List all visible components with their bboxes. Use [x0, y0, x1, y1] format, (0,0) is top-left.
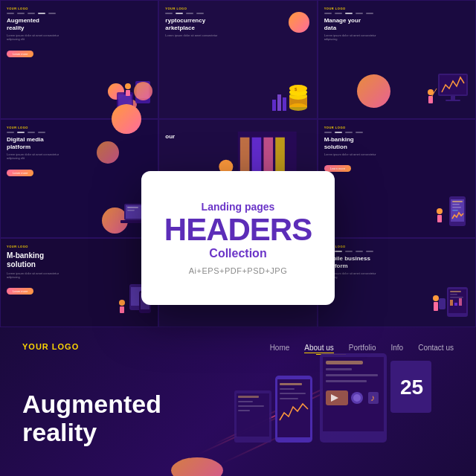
card7-button[interactable]: Learn more — [7, 288, 33, 295]
nav-dot-active — [335, 251, 342, 252]
svg-rect-14 — [283, 97, 286, 111]
card4-desc: Lorem ipsum dolor sit amet consectetur a… — [7, 152, 66, 160]
center-main-title: HEADERS — [164, 214, 312, 245]
svg-rect-84 — [280, 383, 302, 385]
card7-desc: Lorem ipsum dolor sit amet consectetur a… — [7, 271, 66, 279]
card1-desc: Lorem ipsum dolor sit amet consectetur a… — [7, 33, 66, 41]
card2-desc: Lorem ipsum dolor sit amet consectetur — [165, 33, 225, 37]
svg-rect-73 — [326, 380, 367, 382]
svg-rect-16 — [440, 75, 466, 94]
svg-rect-85 — [280, 388, 295, 390]
card9-illustration — [425, 283, 473, 324]
svg-rect-38 — [452, 201, 463, 202]
svg-point-4 — [125, 83, 131, 89]
card6-logo: YOUR LOGO — [324, 126, 469, 129]
svg-point-10 — [289, 85, 307, 92]
floating-orb-2 — [134, 82, 152, 100]
nav-dot — [356, 13, 363, 14]
svg-point-42 — [437, 208, 443, 214]
svg-rect-70 — [326, 361, 363, 364]
card1-nav — [7, 13, 152, 14]
svg-rect-63 — [454, 303, 457, 306]
card1-logo: YOUR LOGO — [7, 7, 152, 10]
bottom-preview-title: Augmented reality — [22, 390, 161, 446]
card2-title: ryptocurrencyarketplace — [165, 17, 217, 31]
svg-rect-61 — [450, 297, 463, 298]
card9-nav — [324, 251, 469, 252]
card6-nav — [324, 132, 469, 133]
nav-dot — [356, 132, 363, 133]
nav-dot — [186, 13, 193, 14]
card4-button[interactable]: Learn more — [7, 170, 33, 176]
nav-dot-active — [176, 13, 183, 14]
svg-rect-62 — [450, 300, 453, 306]
nav-dot — [196, 13, 204, 14]
nav-dot — [356, 251, 363, 252]
svg-rect-64 — [459, 298, 462, 306]
nav-dot-active — [17, 132, 25, 133]
center-formats: Ai+EPS+PDF+PSD+JPG — [189, 266, 288, 275]
nav-dot — [366, 13, 373, 14]
svg-rect-89 — [237, 393, 269, 437]
svg-rect-49 — [120, 306, 124, 313]
card1-title: Augmentedreality — [7, 17, 59, 31]
svg-rect-18 — [428, 96, 433, 103]
svg-rect-90 — [238, 396, 259, 398]
card7-title: M-bankingsolution — [7, 251, 59, 269]
nav-dot — [335, 13, 342, 14]
card3-nav — [324, 13, 469, 14]
svg-rect-41 — [452, 210, 458, 211]
svg-rect-92 — [238, 405, 264, 407]
svg-point-65 — [433, 295, 439, 301]
card3-logo: YOUR LOGO — [324, 7, 469, 10]
mini-card-2: YOUR LOGO ryptocurrencyarketplace Lorem … — [158, 0, 317, 119]
mini-card-3: YOUR LOGO Manage yourdata Lorem ipsum do… — [318, 0, 476, 119]
card3-illustration — [423, 70, 472, 115]
card6-illustration — [431, 193, 472, 234]
svg-rect-43 — [437, 215, 442, 222]
bottom-preview: YOUR LOGO Home About us Portfolio Info C… — [0, 327, 476, 476]
floating-orb-4 — [357, 74, 390, 108]
card2-nav — [165, 13, 310, 14]
nav-dot — [324, 132, 332, 133]
card6-desc: Lorem ipsum dolor sit amet consectetur — [324, 152, 384, 156]
floating-orb-1 — [112, 104, 141, 134]
mini-card-4: YOUR LOGO Digital mediaplatform Lorem ip… — [0, 119, 158, 238]
svg-rect-5 — [126, 90, 130, 96]
nav-dot — [324, 13, 332, 14]
svg-rect-93 — [238, 410, 250, 411]
bottom-orb — [171, 457, 223, 476]
nav-dot — [28, 132, 35, 133]
nav-dot — [48, 13, 56, 14]
center-overlay-card: Landing pages HEADERS Collection Ai+EPS+… — [141, 171, 335, 305]
nav-dot — [38, 132, 45, 133]
nav-dot — [28, 13, 35, 14]
svg-rect-91 — [238, 401, 253, 402]
svg-point-48 — [119, 300, 125, 306]
svg-text:♪: ♪ — [370, 393, 375, 403]
svg-rect-21 — [446, 100, 460, 101]
svg-rect-13 — [277, 94, 281, 111]
nav-dot — [345, 251, 353, 252]
svg-rect-71 — [326, 368, 352, 370]
card3-title: Manage yourdata — [324, 17, 376, 31]
svg-rect-66 — [434, 302, 438, 311]
nav-dot — [165, 13, 173, 14]
orb-top — [289, 12, 309, 33]
bottom-preview-logo: YOUR LOGO — [22, 342, 79, 351]
nav-dot — [366, 251, 373, 252]
bp-title-line2: reality — [22, 419, 161, 446]
bp-title-line1: Augmented — [22, 390, 161, 418]
nav-dot-active — [38, 13, 45, 14]
svg-rect-72 — [326, 374, 378, 376]
card1-button[interactable]: Learn more — [7, 51, 33, 57]
svg-text:25: 25 — [400, 376, 423, 399]
nav-dot — [17, 13, 25, 14]
nav-dot — [345, 132, 353, 133]
mini-card-9: YOUR LOGO Mobile businessplatform Lorem … — [318, 238, 476, 327]
svg-rect-67 — [439, 298, 446, 309]
svg-rect-87 — [280, 398, 298, 399]
mini-card-6: YOUR LOGO M-bankingsolution Lorem ipsum … — [318, 119, 476, 238]
svg-rect-86 — [280, 393, 306, 394]
svg-rect-24 — [127, 207, 138, 208]
